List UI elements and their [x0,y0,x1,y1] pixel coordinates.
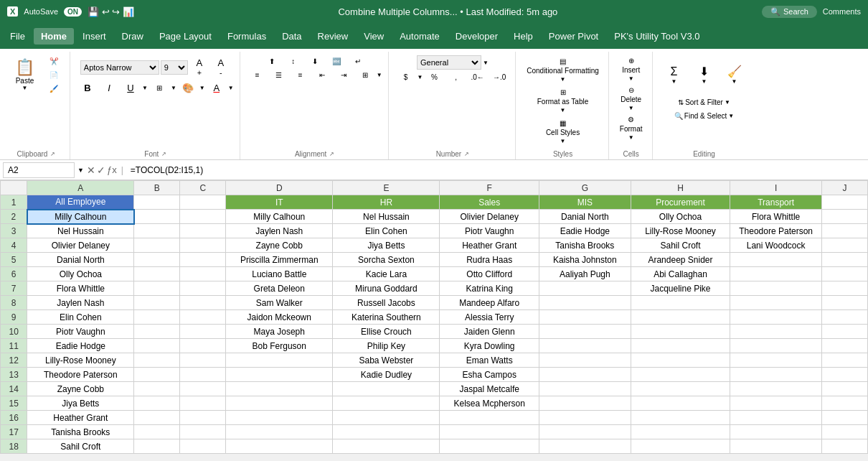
row-header-1[interactable]: 1 [1,195,27,210]
cell-f1[interactable]: Sales [440,195,539,210]
cell-b1[interactable] [134,195,180,210]
cell-e10[interactable]: Ellise Crouch [333,325,440,339]
cell-h10[interactable] [631,325,730,339]
cell-g8[interactable] [539,296,631,310]
paste-button[interactable]: 📋 Paste ▼ [9,55,41,95]
cell-b5[interactable] [134,253,180,267]
underline-dropdown[interactable]: ▼ [142,85,148,91]
cell-b16[interactable] [134,411,180,425]
format-painter-button[interactable]: 🖌️ [44,83,64,95]
col-header-j[interactable]: J [822,181,868,195]
orientation-button[interactable]: 🔤 [326,55,346,67]
cell-e12[interactable]: Saba Webster [333,353,440,368]
cell-h15[interactable] [631,396,730,411]
cell-c12[interactable] [180,353,226,368]
cell-j1[interactable] [822,195,868,210]
cell-g18[interactable] [539,439,631,454]
cell-e11[interactable]: Philip Key [333,339,440,353]
cell-b8[interactable] [134,296,180,310]
cell-f8[interactable]: Mandeep Alfaro [440,296,539,310]
cell-g2[interactable]: Danial North [539,210,631,224]
cell-b9[interactable] [134,310,180,325]
cell-i10[interactable] [730,325,822,339]
row-header-16[interactable]: 16 [1,411,27,425]
cell-e4[interactable]: Jiya Betts [333,238,440,253]
delete-button[interactable]: ⊖ Delete ▼ [617,84,645,113]
menu-view[interactable]: View [357,28,391,45]
conditional-formatting-dropdown[interactable]: ▼ [560,76,566,83]
sum-dropdown[interactable]: ▼ [671,78,677,85]
menu-insert[interactable]: Insert [75,28,113,45]
cell-f12[interactable]: Eman Watts [440,353,539,368]
clear-button[interactable]: 🧹 ▼ [720,55,749,94]
align-right-button[interactable]: ≡ [291,69,311,81]
menu-power-pivot[interactable]: Power Pivot [542,28,605,45]
cell-a8[interactable]: Jaylen Nash [27,296,134,310]
border-button[interactable]: ⊞ [149,82,169,94]
cell-styles-dropdown[interactable]: ▼ [560,138,566,144]
cell-a3[interactable]: Nel Hussain [27,224,134,238]
cell-c15[interactable] [180,396,226,411]
cell-i4[interactable]: Lani Woodcock [730,238,822,253]
cell-d15[interactable] [226,396,333,411]
cell-f6[interactable]: Otto Clifford [440,267,539,281]
row-header-15[interactable]: 15 [1,396,27,411]
cell-a11[interactable]: Eadie Hodge [27,339,134,353]
grid-scroll-area[interactable]: A B C D E F G H I J 1 All Employee [0,180,868,461]
cell-b3[interactable] [134,224,180,238]
col-header-e[interactable]: E [333,181,440,195]
cell-j17[interactable] [822,425,868,439]
cell-d2[interactable]: Milly Calhoun [226,210,333,224]
cell-a13[interactable]: Theodore Paterson [27,368,134,382]
cell-c8[interactable] [180,296,226,310]
decrease-indent-button[interactable]: ⇤ [312,69,332,81]
cell-j5[interactable] [822,253,868,267]
cell-h7[interactable]: Jacqueline Pike [631,281,730,296]
cell-b7[interactable] [134,281,180,296]
autosave-toggle[interactable]: ON [64,7,82,17]
cell-i14[interactable] [730,382,822,396]
fill-color-button[interactable]: 🎨 [178,80,198,96]
insert-button[interactable]: ⊕ Insert ▼ [618,55,643,84]
cell-c4[interactable] [180,238,226,253]
cell-j15[interactable] [822,396,868,411]
cell-e5[interactable]: Sorcha Sexton [333,253,440,267]
cell-f7[interactable]: Katrina King [440,281,539,296]
name-box-dropdown[interactable]: ▼ [77,167,84,174]
cut-button[interactable]: ✂️ [44,55,64,67]
cell-j12[interactable] [822,353,868,368]
font-color-dropdown[interactable]: ▼ [228,85,234,91]
cell-styles-button[interactable]: ▦ Cell Styles ▼ [542,117,583,146]
row-header-18[interactable]: 18 [1,439,27,454]
cell-e18[interactable] [333,439,440,454]
row-header-4[interactable]: 4 [1,238,27,253]
align-left-button[interactable]: ≡ [247,69,268,81]
merge-dropdown[interactable]: ▼ [377,72,382,78]
cell-i7[interactable] [730,281,822,296]
cell-h18[interactable] [631,439,730,454]
cell-e9[interactable]: Katerina Southern [333,310,440,325]
cell-f13[interactable]: Esha Campos [440,368,539,382]
paste-dropdown[interactable]: ▼ [22,85,28,91]
row-header-17[interactable]: 17 [1,425,27,439]
cell-i8[interactable] [730,296,822,310]
border-dropdown[interactable]: ▼ [171,85,176,91]
cell-f4[interactable]: Heather Grant [440,238,539,253]
decrease-font-button[interactable]: A- [211,55,231,79]
row-header-10[interactable]: 10 [1,325,27,339]
row-header-12[interactable]: 12 [1,353,27,368]
cell-h6[interactable]: Abi Callaghan [631,267,730,281]
comments-button[interactable]: Comments [823,7,861,16]
menu-help[interactable]: Help [506,28,540,45]
cell-i3[interactable]: Theodore Paterson [730,224,822,238]
cell-f3[interactable]: Piotr Vaughn [440,224,539,238]
cell-d7[interactable]: Greta Deleon [226,281,333,296]
cell-d13[interactable] [226,368,333,382]
cell-e16[interactable] [333,411,440,425]
bold-button[interactable]: B [77,80,98,96]
cell-j8[interactable] [822,296,868,310]
search-box[interactable]: 🔍 Search [762,6,817,18]
cell-i17[interactable] [730,425,822,439]
number-launcher-icon[interactable]: ↗ [464,151,469,157]
cell-g7[interactable] [539,281,631,296]
